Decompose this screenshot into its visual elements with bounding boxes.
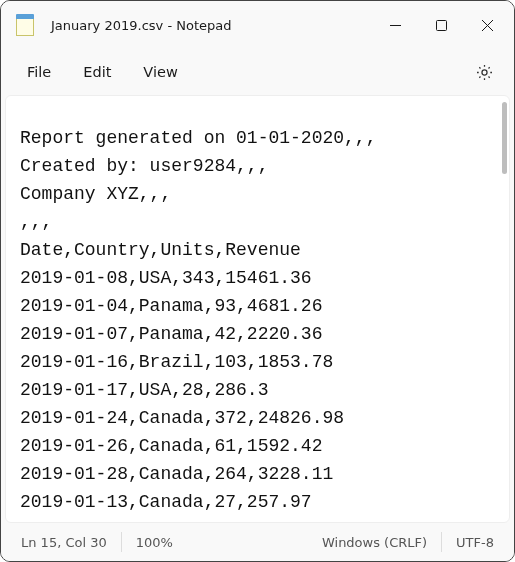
status-position: Ln 15, Col 30 <box>7 531 121 553</box>
status-line-ending: Windows (CRLF) <box>308 531 441 553</box>
status-encoding: UTF-8 <box>442 531 508 553</box>
titlebar: January 2019.csv - Notepad <box>1 1 514 49</box>
text-content[interactable]: Report generated on 01-01-2020,,, Create… <box>6 96 509 522</box>
menubar: File Edit View <box>1 49 514 95</box>
close-button[interactable] <box>464 1 510 49</box>
window-title: January 2019.csv - Notepad <box>51 18 372 33</box>
notepad-window: January 2019.csv - Notepad File Edit Vie… <box>0 0 515 562</box>
settings-button[interactable] <box>466 54 502 90</box>
svg-point-1 <box>481 69 486 74</box>
notepad-icon <box>15 14 35 36</box>
menu-file[interactable]: File <box>13 58 65 86</box>
maximize-button[interactable] <box>418 1 464 49</box>
scrollbar-thumb[interactable] <box>502 102 507 174</box>
menu-edit[interactable]: Edit <box>69 58 125 86</box>
window-controls <box>372 1 510 49</box>
status-zoom[interactable]: 100% <box>122 531 187 553</box>
editor-area: Report generated on 01-01-2020,,, Create… <box>5 95 510 523</box>
minimize-button[interactable] <box>372 1 418 49</box>
menu-view[interactable]: View <box>129 58 191 86</box>
svg-rect-0 <box>436 20 446 30</box>
statusbar: Ln 15, Col 30 100% Windows (CRLF) UTF-8 <box>1 523 514 561</box>
